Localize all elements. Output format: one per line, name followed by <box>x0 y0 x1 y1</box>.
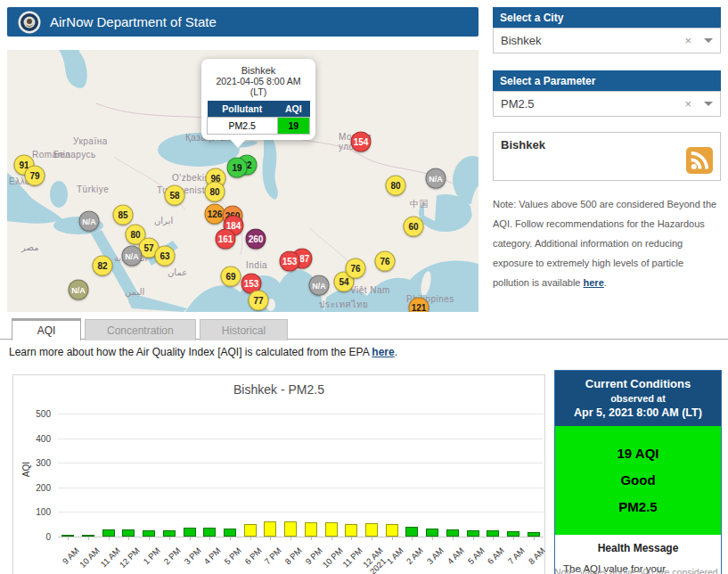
map-marker[interactable]: 153 <box>280 251 300 272</box>
chart-bar[interactable] <box>325 522 338 537</box>
map-marker[interactable]: 76 <box>375 251 396 272</box>
chart-x-tick <box>209 537 210 540</box>
chart-y-tick-label: 500 <box>36 409 51 419</box>
chart-x-tick <box>331 537 332 540</box>
map-marker[interactable]: 80 <box>386 176 406 196</box>
chart-bar[interactable] <box>305 522 317 537</box>
tab-aqi[interactable]: AQI <box>12 318 81 340</box>
map-marker[interactable]: 60 <box>404 217 424 237</box>
chart-gridline <box>58 512 544 512</box>
chart-bar[interactable] <box>365 523 378 537</box>
map-marker[interactable]: 154 <box>351 132 372 152</box>
chart-x-tick <box>68 537 69 540</box>
map-country-label: India <box>246 260 267 270</box>
popup-aqi-header: AQI <box>277 101 309 118</box>
rss-feed-icon[interactable] <box>686 147 713 174</box>
city-clear-icon[interactable]: × <box>684 34 691 47</box>
chart-x-tick <box>250 537 251 540</box>
map[interactable]: БеларусьУкраїнаRomaniaΕλλάςҚазақстанO'zb… <box>7 50 479 312</box>
parameter-clear-icon[interactable]: × <box>684 97 691 111</box>
map-country-label: Việt Nam <box>350 285 390 295</box>
chart-bar[interactable] <box>467 530 479 537</box>
chart-bar[interactable] <box>405 527 418 537</box>
chart-x-tick-label: 3 AM <box>425 545 446 566</box>
note-here-link[interactable]: here <box>584 277 604 288</box>
popup-pollutant-header: Pollutant <box>208 101 278 118</box>
current-conditions-title: Current Conditions <box>559 377 717 390</box>
chart-bar[interactable] <box>143 530 155 537</box>
map-marker[interactable]: 77 <box>249 291 269 311</box>
chart-x-tick-label: 2 PM <box>161 545 183 567</box>
chart-x-tick <box>392 537 393 540</box>
aqi-value-line: 19 AQI <box>559 440 717 467</box>
map-marker[interactable]: N/A <box>122 246 143 266</box>
chart-bar[interactable] <box>284 521 297 537</box>
chart-bar[interactable] <box>446 529 459 537</box>
city-select-value: Bishkek <box>501 34 684 47</box>
chart-x-tick-label: 6 PM <box>242 545 264 567</box>
parameter-dropdown-caret-icon[interactable] <box>704 102 713 106</box>
learn-more-here-link[interactable]: here <box>372 346 394 358</box>
map-marker[interactable]: 260 <box>246 229 266 250</box>
chart-y-tick-label: 0 <box>45 532 51 542</box>
map-country-label: مصر <box>21 242 39 252</box>
chart-y-tick-label: 100 <box>36 507 51 517</box>
chart-bar[interactable] <box>487 530 499 537</box>
map-marker[interactable]: N/A <box>426 168 446 189</box>
map-marker[interactable]: 63 <box>155 246 176 266</box>
chart-bar[interactable] <box>264 521 276 537</box>
map-marker[interactable]: 58 <box>165 185 185 206</box>
tab-historical[interactable]: Historical <box>200 319 288 340</box>
chart-y-tick-label: 200 <box>36 482 51 492</box>
chart-x-tick-label: 5 AM <box>465 545 486 566</box>
learn-more-text: Learn more about how the Air Quality Ind… <box>9 346 397 358</box>
select-parameter-header: Select a Parameter <box>493 70 721 92</box>
chart-bar[interactable] <box>386 524 398 537</box>
chart-x-tick-label: 10 PM <box>320 545 344 570</box>
map-marker[interactable]: 85 <box>113 205 134 226</box>
chart-x-tick <box>311 537 312 540</box>
map-marker[interactable]: 76 <box>346 258 366 279</box>
map-country-label: Україна <box>73 136 108 146</box>
popup-aqi-value: 19 <box>277 118 309 135</box>
chart-bar[interactable] <box>244 524 257 537</box>
map-country-label: ايران <box>154 216 173 226</box>
chart-bar[interactable] <box>345 524 357 537</box>
chart-bar[interactable] <box>102 529 115 537</box>
map-marker[interactable]: 79 <box>25 166 45 186</box>
map-marker[interactable]: N/A <box>69 280 89 300</box>
select-city-header: Select a City <box>493 7 721 29</box>
map-marker[interactable]: 161 <box>216 229 236 250</box>
city-select[interactable]: Bishkek × <box>493 28 721 53</box>
map-marker[interactable]: N/A <box>79 211 100 232</box>
chart-x-tick <box>290 537 291 540</box>
feed-city-title: Bishkek <box>501 138 713 152</box>
chart-bar[interactable] <box>203 528 216 537</box>
map-marker[interactable]: 80 <box>205 182 225 202</box>
chart-x-tick-label: 8 PM <box>282 545 304 567</box>
city-dropdown-caret-icon[interactable] <box>704 38 713 43</box>
chart-x-tick <box>493 537 494 540</box>
chart-x-tick <box>169 537 170 540</box>
chart-bar[interactable] <box>122 529 135 537</box>
tab-concentration[interactable]: Concentration <box>85 319 196 340</box>
chart-bar[interactable] <box>163 530 176 537</box>
chart-x-tick <box>453 537 454 540</box>
map-marker[interactable]: 121 <box>409 298 429 313</box>
map-marker[interactable]: 19 <box>227 158 248 178</box>
chart-bar[interactable] <box>224 529 236 537</box>
health-message-title: Health Message <box>563 542 713 554</box>
current-conditions-panel: Current Conditions observed at Apr 5, 20… <box>554 370 722 574</box>
parameter-select[interactable]: PM2.5 × <box>493 91 721 117</box>
map-marker[interactable]: 82 <box>93 256 113 276</box>
chart-bar[interactable] <box>426 529 438 537</box>
map-country-label: Romania <box>32 150 71 160</box>
map-marker[interactable]: N/A <box>309 275 330 296</box>
aqi-category: Good <box>559 467 717 494</box>
chart-x-tick <box>109 537 110 540</box>
chart-x-tick <box>190 537 191 540</box>
chart-bar[interactable] <box>184 528 196 537</box>
chart-x-tick <box>128 537 129 540</box>
map-marker[interactable]: 69 <box>221 266 241 287</box>
chart-y-tick-label: 300 <box>36 458 51 468</box>
